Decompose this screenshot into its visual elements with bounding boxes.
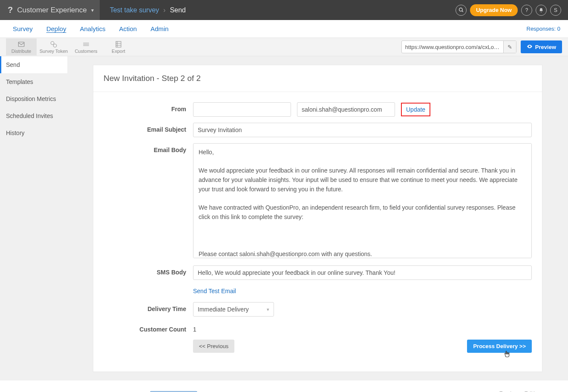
export-icon: [103, 40, 134, 49]
workspace: New Invitation - Step 2 of 2 From Update…: [67, 56, 568, 380]
process-delivery-button[interactable]: Process Delivery >>: [467, 340, 532, 353]
responses-count[interactable]: Responses: 0: [527, 26, 562, 32]
search-icon[interactable]: [456, 5, 467, 16]
previous-button[interactable]: << Previous: [193, 340, 234, 353]
nav-action[interactable]: Action: [112, 25, 144, 32]
ribbon-survey-token[interactable]: Survey Token: [38, 38, 69, 55]
ribbon-distribute-label: Distribute: [6, 49, 37, 54]
svg-rect-5: [116, 41, 121, 47]
ribbon-export-label: Export: [103, 49, 134, 54]
token-icon: [38, 40, 69, 49]
svg-rect-2: [18, 42, 24, 47]
ribbon-customers[interactable]: Customers: [71, 38, 101, 55]
sidebar: Send Templates Disposition Metrics Sched…: [0, 56, 67, 380]
delivery-time-label: Delivery Time: [104, 302, 193, 312]
customer-count-value: 1: [193, 326, 196, 333]
sidebar-item-disposition[interactable]: Disposition Metrics: [0, 90, 67, 107]
logo-icon: ?: [8, 5, 13, 15]
svg-point-3: [51, 41, 54, 45]
eye-icon: [527, 43, 533, 51]
delivery-time-select[interactable]: Immediate Delivery ▾: [193, 302, 274, 317]
sms-body-input[interactable]: [193, 265, 532, 280]
send-test-email-link[interactable]: Send Test Email: [193, 286, 236, 296]
survey-url-box: ✎: [401, 40, 516, 53]
email-subject-input[interactable]: [193, 123, 532, 137]
ribbon-distribute[interactable]: Distribute: [6, 38, 37, 55]
sms-label: SMS Body: [104, 265, 193, 276]
upgrade-button[interactable]: Upgrade Now: [470, 4, 518, 16]
copyright: Employee Edition © 2019 QuestionPro: [499, 390, 548, 392]
nav-analytics[interactable]: Analytics: [73, 25, 112, 32]
from-email-input[interactable]: [297, 102, 395, 117]
survey-url-input[interactable]: [402, 44, 503, 50]
breadcrumb-separator: ›: [163, 6, 165, 14]
email-body-textarea[interactable]: [193, 143, 532, 258]
from-name-input[interactable]: [193, 102, 291, 117]
ribbon-customers-label: Customers: [71, 49, 101, 54]
avatar[interactable]: S: [550, 5, 561, 16]
distribute-icon: [6, 40, 37, 49]
breadcrumb-current: Send: [170, 6, 186, 14]
update-button[interactable]: Update: [401, 103, 430, 116]
sidebar-item-history[interactable]: History: [0, 124, 67, 141]
body-label: Email Body: [104, 143, 193, 153]
customers-icon: [71, 40, 101, 49]
subject-label: Email Subject: [104, 123, 193, 133]
invitation-card: New Invitation - Step 2 of 2 From Update…: [93, 65, 542, 372]
delivery-time-value: Immediate Delivery: [198, 306, 249, 313]
nav-admin[interactable]: Admin: [144, 25, 176, 32]
from-label: From: [104, 102, 193, 112]
help-icon[interactable]: ?: [521, 5, 532, 16]
sidebar-item-send[interactable]: Send: [0, 56, 67, 73]
breadcrumb-survey-link[interactable]: Test take survey: [110, 6, 159, 14]
breadcrumb: Test take survey › Send: [100, 6, 186, 14]
main-nav: Survey Deploy Analytics Action Admin Res…: [0, 20, 568, 38]
topbar-right: Upgrade Now ? S: [456, 4, 568, 16]
ribbon-export[interactable]: Export: [103, 38, 134, 55]
svg-point-0: [459, 8, 462, 12]
edition-label: Employee Edition: [499, 390, 548, 392]
nav-deploy[interactable]: Deploy: [40, 25, 73, 32]
product-switcher[interactable]: ? Customer Experience ▾: [0, 0, 100, 20]
sidebar-item-scheduled[interactable]: Scheduled Invites: [0, 107, 67, 124]
svg-point-4: [53, 44, 57, 47]
toolbar-ribbon: Distribute Survey Token Customers Export…: [0, 38, 568, 56]
edit-url-icon[interactable]: ✎: [503, 41, 516, 53]
preview-button[interactable]: Preview: [521, 40, 562, 53]
card-title: New Invitation - Step 2 of 2: [93, 65, 542, 92]
nav-survey[interactable]: Survey: [6, 25, 40, 32]
notifications-icon[interactable]: [536, 5, 547, 16]
footer: Join us for X-Day Fall 2019 in your area…: [0, 380, 568, 392]
ribbon-token-label: Survey Token: [38, 49, 69, 54]
customer-count-label: Customer Count: [104, 323, 193, 333]
chevron-down-icon: ▾: [267, 307, 269, 312]
chevron-down-icon: ▾: [91, 7, 94, 13]
svg-line-1: [462, 11, 463, 12]
preview-label: Preview: [535, 44, 556, 50]
top-bar: ? Customer Experience ▾ Test take survey…: [0, 0, 568, 20]
main-body: Send Templates Disposition Metrics Sched…: [0, 56, 568, 380]
product-name: Customer Experience: [17, 6, 86, 14]
sidebar-item-templates[interactable]: Templates: [0, 73, 67, 90]
